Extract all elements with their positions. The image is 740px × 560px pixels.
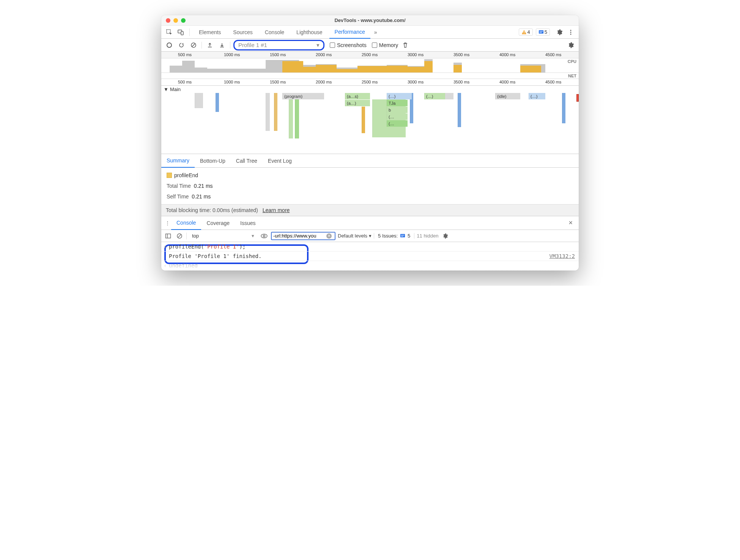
learn-more-link[interactable]: Learn more (263, 207, 290, 213)
tick-label: 2500 ms (362, 52, 378, 57)
hidden-messages-link[interactable]: 11 hidden (417, 233, 438, 239)
console-sidebar-toggle[interactable] (164, 231, 173, 241)
tab-console[interactable]: Console (260, 26, 290, 38)
warnings-badge[interactable]: 4 (519, 28, 533, 36)
flame-ruler[interactable]: 500 ms 1000 ms 1500 ms 2000 ms 2500 ms 3… (161, 79, 579, 86)
perf-settings-icon[interactable] (566, 40, 576, 50)
main-track-label: Main (170, 87, 181, 92)
devtools-window: DevTools - www.youtube.com/ Elements Sou… (161, 15, 579, 271)
drawer-tab-coverage[interactable]: Coverage (201, 216, 235, 230)
flame-entry[interactable]: (a…s) (345, 93, 370, 99)
filter-field[interactable] (273, 233, 326, 239)
blocking-time-text: Total blocking time: 0.00ms (estimated) (166, 207, 258, 213)
console-command-row: profileEnd('Profile 1'); (161, 242, 579, 252)
total-time-value: 0.21 ms (194, 183, 213, 189)
net-label: NET (568, 74, 576, 78)
blocking-time-bar: Total blocking time: 0.00ms (estimated) … (161, 204, 579, 216)
summary-pane: profileEnd Total Time0.21 ms Self Time0.… (161, 168, 579, 204)
memory-checkbox[interactable]: Memory (372, 42, 398, 48)
more-icon[interactable] (566, 27, 576, 37)
delete-profile-button[interactable] (400, 40, 410, 50)
overview-ruler[interactable]: 500 ms 1000 ms 1500 ms 2000 ms 2500 ms 3… (161, 52, 579, 58)
flame-entry[interactable]: (program) (282, 93, 324, 99)
svg-rect-2 (181, 31, 183, 35)
flame-entry[interactable]: (idle) (495, 93, 520, 99)
settings-icon[interactable] (554, 27, 564, 37)
flame-entry[interactable]: (… (387, 113, 408, 120)
profile-selector[interactable]: Profile 1 #1 ▾ (233, 40, 324, 50)
screenshots-checkbox[interactable]: Screenshots (330, 42, 367, 48)
inspect-icon[interactable] (164, 27, 174, 37)
chevron-down-icon: ▾ (369, 233, 372, 239)
svg-line-17 (178, 234, 181, 238)
tab-elements[interactable]: Elements (194, 26, 226, 38)
tab-sources[interactable]: Sources (228, 26, 258, 38)
chevron-down-icon: ▾ (316, 42, 320, 49)
record-button[interactable] (164, 40, 174, 50)
event-color-swatch (167, 173, 172, 178)
drawer-more-icon[interactable]: ⋮ (164, 220, 171, 226)
tabs-overflow[interactable]: » (372, 26, 379, 38)
upload-profile-button[interactable] (205, 40, 215, 50)
svg-point-8 (570, 30, 572, 31)
context-label: top (192, 233, 199, 239)
drawer-tabs: ⋮ Console Coverage Issues × (161, 216, 579, 230)
tick-label: 1000 ms (224, 52, 240, 57)
flame-entry[interactable]: (…) (387, 93, 412, 99)
profile-selector-label: Profile 1 #1 (238, 42, 267, 48)
drawer-tab-console[interactable]: Console (171, 217, 201, 230)
event-name: profileEnd (174, 172, 198, 178)
console-settings-icon[interactable] (441, 231, 450, 241)
cpu-overview[interactable]: CPU (161, 58, 579, 73)
separator (189, 28, 190, 36)
svg-point-9 (570, 31, 572, 33)
flame-chart[interactable]: ▼ Main (program)(a…s)(…)(…)(idle)(…)(a…)… (161, 86, 579, 154)
flame-entry[interactable]: (…) (424, 93, 445, 99)
warning-count: 4 (527, 29, 530, 35)
svg-line-13 (192, 44, 195, 47)
messages-count: 5 (545, 29, 547, 35)
drawer-close-button[interactable]: × (565, 219, 576, 227)
tab-event-log[interactable]: Event Log (263, 154, 297, 167)
flame-canvas[interactable]: (program)(a…s)(…)(…)(idle)(…)(a…)TJab(…(… (161, 93, 579, 144)
execution-context-dropdown[interactable]: top ▾ (189, 232, 257, 239)
flame-entry[interactable]: (… (387, 120, 408, 127)
performance-toolbar: Profile 1 #1 ▾ Screenshots Memory (161, 39, 579, 52)
messages-badge[interactable]: 5 (536, 28, 550, 36)
device-toolbar-icon[interactable] (176, 27, 186, 37)
clear-filter-icon[interactable]: ✕ (326, 233, 332, 239)
tab-lighthouse[interactable]: Lighthouse (291, 26, 328, 38)
flame-entry[interactable]: (a…) (345, 100, 370, 106)
console-filter-input[interactable]: ✕ (271, 232, 335, 240)
reload-record-button[interactable] (176, 40, 186, 50)
flame-entry[interactable]: TJa (387, 100, 408, 106)
tab-performance[interactable]: Performance (329, 26, 370, 39)
tab-summary[interactable]: Summary (161, 154, 195, 168)
warning-icon (521, 30, 527, 35)
net-overview[interactable]: NET (161, 73, 579, 79)
svg-rect-3 (524, 31, 524, 33)
message-icon (538, 30, 544, 35)
live-expression-button[interactable] (260, 231, 269, 241)
clear-button[interactable] (189, 40, 198, 50)
svg-rect-14 (166, 234, 171, 238)
log-levels-dropdown[interactable]: Default levels ▾ (338, 233, 372, 239)
tab-bottom-up[interactable]: Bottom-Up (195, 154, 231, 167)
flame-entry[interactable]: b (387, 107, 408, 113)
console-output[interactable]: profileEnd('Profile 1'); Profile 'Profil… (161, 242, 579, 271)
details-tabs: Summary Bottom-Up Call Tree Event Log (161, 154, 579, 168)
download-profile-button[interactable] (217, 40, 227, 50)
chevron-down-icon: ▼ (164, 87, 168, 92)
issues-link[interactable]: 5 Issues: 5 (374, 233, 414, 239)
tick-label: 3500 ms (453, 52, 469, 57)
clear-console-button[interactable] (175, 231, 184, 241)
main-track-header[interactable]: ▼ Main (161, 86, 579, 93)
tab-call-tree[interactable]: Call Tree (231, 154, 263, 167)
flame-entry[interactable]: (…) (529, 93, 545, 99)
source-link[interactable]: VM3132:2 (549, 253, 575, 259)
cpu-label: CPU (568, 59, 576, 64)
drawer-tab-issues[interactable]: Issues (235, 216, 261, 230)
svg-rect-4 (524, 33, 524, 33)
self-time-value: 0.21 ms (192, 193, 211, 200)
svg-rect-7 (539, 32, 542, 33)
